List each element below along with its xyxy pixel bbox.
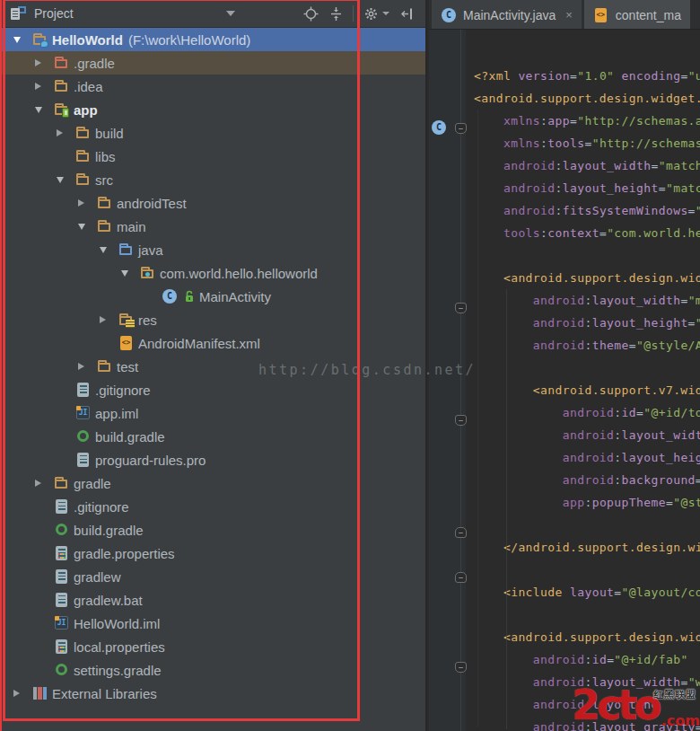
collapsed-arrow-icon[interactable] bbox=[32, 51, 54, 75]
toolbar-separator bbox=[353, 5, 354, 22]
code-line: <include layout="@layout/con bbox=[468, 581, 700, 603]
tree-row-gradle[interactable]: gradle bbox=[0, 471, 425, 495]
tree-row-com-world-hello-helloworld[interactable]: com.world.hello.helloworld bbox=[0, 261, 425, 285]
expanded-arrow-icon[interactable] bbox=[118, 261, 140, 285]
folder-icon bbox=[54, 475, 74, 491]
close-tab-icon[interactable]: × bbox=[565, 8, 573, 22]
code-line: </android.support.design.wid bbox=[468, 536, 700, 559]
tree-row-mainactivity[interactable]: CMainActivity bbox=[0, 285, 425, 308]
code-line bbox=[468, 514, 700, 536]
expanded-arrow-icon[interactable] bbox=[54, 168, 75, 191]
tree-row-build[interactable]: build bbox=[0, 121, 425, 145]
tree-row-build-gradle[interactable]: build.gradle bbox=[0, 425, 425, 448]
locate-icon[interactable] bbox=[302, 5, 319, 22]
fold-end-marker[interactable]: − bbox=[455, 527, 467, 538]
folder-icon bbox=[97, 358, 117, 374]
fold-start-marker[interactable]: − bbox=[455, 415, 467, 426]
hide-panel-icon[interactable] bbox=[398, 5, 415, 22]
code-line: android:layout_width="match_ bbox=[468, 154, 700, 177]
fold-start-marker[interactable]: − bbox=[455, 303, 467, 313]
tab-label: content_ma bbox=[616, 8, 681, 22]
code-line: <?xml version="1.0" encoding="ut bbox=[468, 65, 700, 87]
tree-row-label: .gradle bbox=[74, 56, 115, 71]
editor-area[interactable]: CMainActivity.java×<>content_ma C −−−−−−… bbox=[429, 0, 700, 731]
fold-start-marker[interactable]: − bbox=[455, 662, 467, 673]
tree-row--gitignore[interactable]: .gitignore bbox=[0, 378, 425, 401]
editor-tab-mainactivity-java[interactable]: CMainActivity.java× bbox=[432, 0, 582, 30]
project-view-selector[interactable]: Project bbox=[0, 0, 235, 27]
tree-row-test[interactable]: test bbox=[0, 355, 425, 378]
code-line: android:layout_heigh bbox=[468, 446, 700, 469]
tree-row-app-iml[interactable]: JIapp.iml bbox=[0, 401, 425, 425]
arrow-spacer bbox=[97, 331, 118, 355]
tree-row-helloworld-iml[interactable]: JIHelloWorld.iml bbox=[0, 612, 425, 635]
class-icon: C bbox=[441, 7, 457, 23]
tree-row-label: app.iml bbox=[95, 406, 138, 421]
expanded-arrow-icon[interactable] bbox=[75, 215, 97, 238]
code-line: <android.support.design.widg bbox=[468, 626, 700, 648]
ide-window: Project bbox=[0, 0, 700, 731]
tree-row-label: MainActivity bbox=[199, 289, 271, 304]
tree-row--gitignore[interactable]: .gitignore bbox=[0, 495, 425, 518]
tree-row-helloworld[interactable]: HelloWorld (F:\work\HelloWorld) bbox=[0, 28, 425, 51]
arrow-spacer bbox=[32, 588, 54, 612]
code-line: <android.support.v7.widg bbox=[468, 379, 700, 401]
code-line: android:layout_width="ma bbox=[468, 289, 700, 312]
arrow-spacer bbox=[32, 542, 54, 565]
expanded-arrow-icon[interactable] bbox=[11, 28, 32, 51]
tree-row-settings-gradle[interactable]: settings.gradle bbox=[0, 658, 425, 682]
editor-tab-bar: CMainActivity.java×<>content_ma bbox=[429, 0, 700, 30]
folder-icon bbox=[75, 125, 95, 141]
code-line bbox=[468, 603, 700, 626]
collapsed-arrow-icon[interactable] bbox=[75, 355, 97, 378]
fold-end-marker[interactable]: − bbox=[455, 572, 467, 583]
code-line: app:popupTheme="@sty bbox=[468, 491, 700, 514]
project-tree[interactable]: HelloWorld (F:\work\HelloWorld).gradle.i… bbox=[0, 28, 425, 731]
tree-row-label: androidTest bbox=[117, 196, 187, 211]
collapsed-arrow-icon[interactable] bbox=[97, 308, 118, 331]
tree-row-label: build.gradle bbox=[95, 429, 165, 445]
collapsed-arrow-icon[interactable] bbox=[32, 471, 54, 495]
tree-row-external-libraries[interactable]: External Libraries bbox=[0, 682, 425, 705]
code-line bbox=[468, 357, 700, 379]
tree-row-label: gradle bbox=[74, 476, 111, 491]
text-file-icon bbox=[75, 452, 95, 468]
expanded-arrow-icon[interactable] bbox=[97, 238, 118, 261]
tree-row-java[interactable]: java bbox=[0, 238, 425, 261]
folder-icon bbox=[54, 78, 74, 94]
collapsed-arrow-icon[interactable] bbox=[54, 121, 75, 145]
tree-row-build-gradle[interactable]: build.gradle bbox=[0, 518, 425, 542]
tree-row-app[interactable]: app bbox=[0, 98, 425, 121]
tree-row-main[interactable]: main bbox=[0, 215, 425, 238]
fold-start-marker[interactable]: − bbox=[455, 123, 467, 134]
tree-row-libs[interactable]: libs bbox=[0, 145, 425, 168]
code-area[interactable]: <?xml version="1.0" encoding="ut<android… bbox=[468, 65, 700, 731]
tree-row-gradle-properties[interactable]: gradle.properties bbox=[0, 542, 425, 565]
project-view-label: Project bbox=[34, 6, 74, 21]
tree-row-local-properties[interactable]: local.properties bbox=[0, 635, 425, 658]
expanded-arrow-icon[interactable] bbox=[32, 98, 54, 121]
tree-row-label: java bbox=[138, 242, 163, 258]
arrow-spacer bbox=[32, 658, 54, 682]
collapsed-arrow-icon[interactable] bbox=[11, 682, 32, 705]
editor-tab-content-ma[interactable]: <>content_ma bbox=[584, 0, 690, 30]
arrow-spacer bbox=[54, 425, 75, 448]
arrow-spacer bbox=[32, 635, 54, 658]
project-path: (F:\work\HelloWorld) bbox=[128, 32, 250, 48]
tree-row-androidtest[interactable]: androidTest bbox=[0, 191, 425, 215]
collapsed-arrow-icon[interactable] bbox=[32, 75, 54, 98]
tree-row-res[interactable]: res bbox=[0, 308, 425, 331]
tree-row-androidmanifest-xml[interactable]: <>AndroidManifest.xml bbox=[0, 331, 425, 355]
tree-row-proguard-rules-pro[interactable]: proguard-rules.pro bbox=[0, 448, 425, 471]
tree-row--idea[interactable]: .idea bbox=[0, 75, 425, 98]
tree-row-gradlew-bat[interactable]: gradlew.bat bbox=[0, 588, 425, 612]
class-gutter-icon[interactable]: C bbox=[431, 119, 447, 136]
tree-row--gradle[interactable]: .gradle bbox=[0, 51, 425, 75]
tree-row-label: .gitignore bbox=[74, 499, 129, 515]
res-folder-icon bbox=[118, 312, 138, 328]
collapsed-arrow-icon[interactable] bbox=[75, 191, 97, 215]
tree-row-src[interactable]: src bbox=[0, 168, 425, 191]
settings-gear-icon[interactable] bbox=[363, 5, 379, 22]
collapse-all-icon[interactable] bbox=[328, 5, 344, 22]
tree-row-gradlew[interactable]: gradlew bbox=[0, 565, 425, 588]
